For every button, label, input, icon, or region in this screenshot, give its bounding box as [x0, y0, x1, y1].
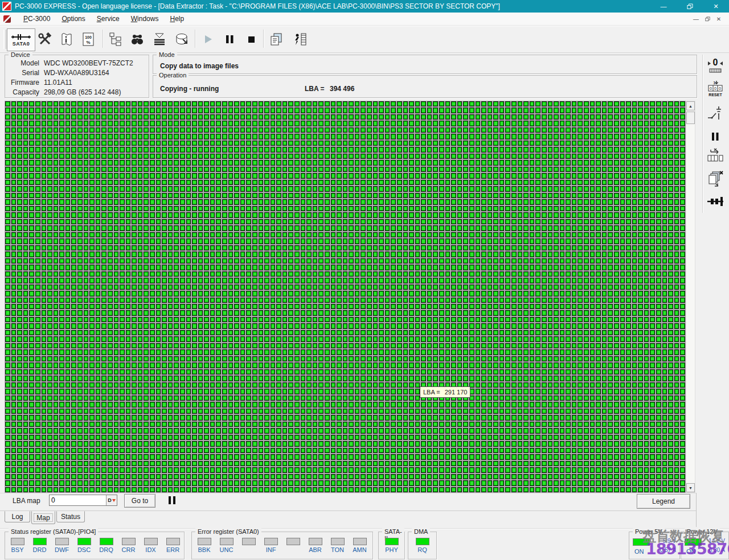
reset-counter-button[interactable]: 1 0 0 0 RESET: [706, 80, 724, 98]
minimize-button[interactable]: —: [650, 0, 677, 13]
status-register-leds: BSYDRDDWFDSCDRQCRRIDXERR: [6, 538, 184, 553]
led-cell-dwf: DWF: [51, 538, 73, 553]
device-serial-label: Serial: [5, 68, 39, 77]
led-blank: [286, 538, 300, 545]
sector-counter-button[interactable]: [706, 147, 724, 165]
lba-tooltip-value: 291 170: [445, 389, 468, 396]
start-icon: [202, 33, 214, 46]
start-button[interactable]: [197, 28, 219, 50]
led-label: ERR: [166, 546, 179, 553]
dma-panel: DMA RQ: [408, 532, 437, 559]
svg-text:0: 0: [713, 57, 718, 67]
menu-item-service[interactable]: Service: [91, 13, 125, 24]
menu-item-help[interactable]: Help: [164, 13, 190, 24]
operation-panel-title: Operation: [157, 72, 189, 79]
bus-terminator-button[interactable]: [706, 192, 724, 211]
task-icon: [3, 15, 11, 23]
tab-divider: [0, 510, 696, 511]
scroll-down-button[interactable]: ▼: [686, 483, 695, 492]
toolbar: SATA0 100 %: [0, 26, 729, 53]
scroll-thumb[interactable]: [686, 112, 695, 124]
device-firmware-label: Firmware: [5, 78, 39, 87]
restore-button[interactable]: [677, 0, 703, 13]
sector-counter-icon: [706, 147, 724, 165]
disk-image-button[interactable]: [171, 28, 193, 50]
mdi-restore-button[interactable]: [702, 14, 713, 23]
led-cell-blank: [282, 538, 304, 553]
menu-item-windows[interactable]: Windows: [125, 13, 165, 24]
mdi-close-button[interactable]: ✕: [713, 14, 724, 23]
led-label: AMN: [353, 546, 366, 553]
mode-panel: Mode Copy data to image files: [153, 55, 697, 74]
led-label: RQ: [417, 546, 427, 553]
led-cell-phy: PHY: [385, 538, 399, 553]
led-cell-unc: UNC: [215, 538, 237, 553]
led-cell-crr: CRR: [117, 538, 140, 553]
lba-tooltip-label: LBA =: [423, 389, 440, 396]
close-button[interactable]: ✕: [703, 0, 729, 13]
menu-item-options[interactable]: Options: [56, 13, 91, 24]
led-label: INF: [266, 546, 276, 553]
lba-history-dropdown-button[interactable]: D: [106, 495, 117, 505]
device-model-label: Model: [5, 59, 39, 68]
led-blank: [242, 538, 256, 545]
goto-button[interactable]: Go to: [124, 494, 155, 508]
svg-text:0: 0: [719, 87, 721, 90]
pause-copy-button[interactable]: [706, 127, 724, 146]
led-label: DWF: [55, 546, 69, 553]
mdi-window-controls: — ✕: [690, 14, 724, 23]
led-idx: [144, 538, 158, 545]
stop-button[interactable]: [240, 28, 262, 50]
exit-button[interactable]: [289, 28, 311, 50]
legend-button[interactable]: Legend: [637, 494, 690, 509]
led-bbk: [198, 538, 211, 545]
mode-panel-title: Mode: [157, 51, 177, 58]
task-progress-button[interactable]: 100 %: [77, 28, 99, 50]
svg-text:0: 0: [710, 87, 712, 90]
led-dsc: [77, 538, 91, 545]
utilities-button[interactable]: [34, 28, 56, 50]
filter-button[interactable]: [149, 28, 170, 50]
search-button[interactable]: [126, 28, 148, 50]
led-label: UNC: [220, 546, 234, 553]
device-firmware-value: 11.01A11: [44, 78, 72, 87]
task-structure-button[interactable]: [105, 28, 126, 50]
restore-icon: [687, 3, 693, 10]
head-positioning-zero-button[interactable]: 0: [706, 57, 724, 75]
tab-log[interactable]: Log: [5, 511, 30, 522]
led-cell-abr: ABR: [304, 538, 326, 553]
task-properties-button[interactable]: [56, 28, 77, 50]
power-control-button[interactable]: [706, 104, 724, 122]
pause-button[interactable]: [219, 28, 240, 50]
right-panel-separator: [702, 55, 703, 213]
utilities-icon: [38, 32, 52, 47]
mdi-minimize-button[interactable]: —: [690, 14, 702, 23]
led-cell-amn: AMN: [349, 538, 371, 553]
scroll-up-button[interactable]: ▲: [686, 101, 695, 110]
device-model-value: WDC WD3200BEVT-75ZCT2: [44, 59, 133, 68]
operation-lba-value: 394 496: [330, 85, 354, 93]
search-binoculars-icon: [130, 32, 145, 47]
toolbar-grip[interactable]: [3, 30, 6, 49]
sata0-port-button[interactable]: SATA0: [7, 28, 35, 51]
operation-status: Copying - running: [160, 85, 219, 93]
device-panel-title: Device: [9, 51, 32, 58]
device-serial-value: WD-WXA0A89U3164: [44, 68, 109, 77]
led-label: DSC: [77, 546, 91, 553]
led-drq: [100, 538, 113, 545]
mode-value: Copy data to image files: [160, 62, 239, 70]
title-bar: PC-3000 EXPRESS - Open language license …: [0, 0, 729, 13]
menu-item-pc-3000[interactable]: PC-3000: [18, 13, 56, 24]
lba-sector-map[interactable]: [5, 101, 686, 493]
map-scrollbar[interactable]: ▲ ▼: [686, 101, 695, 493]
status-strip-divider: [0, 528, 729, 529]
device-serial-row: Serial WD-WXA0A89U3164: [5, 68, 149, 77]
copy-results-button[interactable]: [265, 28, 287, 50]
status-register-panel: Status register (SATA0)-[PIO4] BSYDRDDWF…: [5, 532, 185, 559]
lba-input[interactable]: [50, 495, 106, 505]
operation-panel: Operation Copying - running LBA = 394 49…: [153, 75, 697, 98]
tab-map[interactable]: Map: [31, 511, 55, 524]
lba-map-label: LBA map: [13, 497, 40, 505]
tab-status[interactable]: Status: [56, 511, 85, 522]
clear-copies-button[interactable]: [706, 170, 724, 188]
